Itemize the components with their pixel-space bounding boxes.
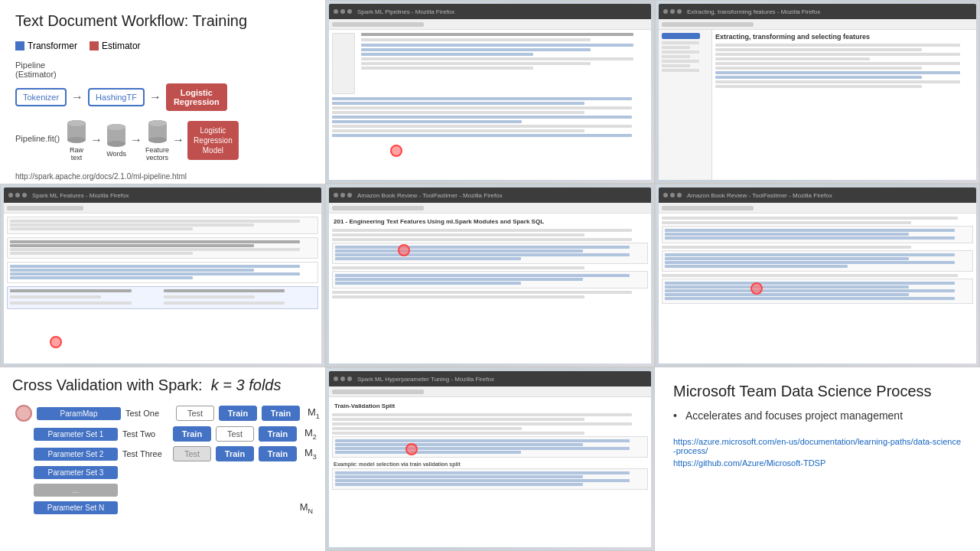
- left-mid-content: [4, 214, 321, 364]
- center-top-header: Spark ML Pipelines - Mozilla Firefox: [329, 4, 651, 19]
- right-top-main: Extracting, transforming and selecting f…: [712, 30, 976, 180]
- left-mid-lines: [4, 214, 321, 312]
- cb-section: Train-Validation Split: [332, 400, 648, 412]
- cv-test-btn-2[interactable]: Test: [216, 426, 254, 442]
- pipeline-label: Pipeline(Estimator): [15, 60, 310, 79]
- tokenizer-box: Tokenizer: [15, 88, 67, 106]
- dot-lm2: [15, 193, 20, 197]
- right-mid-inner: Amazon Book Review - ToolFastimer - Mozi…: [656, 184, 979, 367]
- words-label: Words: [106, 150, 126, 158]
- words-icon: [106, 122, 127, 148]
- svg-point-11: [148, 120, 167, 126]
- workflow-title: Text Document Workflow: Training: [15, 12, 310, 30]
- rm-code-2: [662, 250, 973, 272]
- tdsp-bullet: Accelerates and focuses project manageme…: [673, 409, 962, 422]
- cv-train-btn-2a[interactable]: Train: [173, 426, 211, 442]
- cv-train-btn-3b[interactable]: Train: [259, 446, 297, 461]
- url-bar: [332, 22, 424, 27]
- cv-param-header: ParamMap: [37, 407, 121, 420]
- center-top-tile: Spark ML Pipelines - Mozilla Firefox: [325, 0, 655, 184]
- rt-heading: Extracting, transforming and selecting f…: [715, 33, 973, 41]
- dot-lm1: [8, 193, 13, 197]
- center-mid-tile: Amazon Book Review - ToolFastimer - Mozi…: [325, 184, 655, 367]
- transformer-color: [15, 41, 24, 51]
- left-mid-toolbar: [4, 203, 321, 214]
- code-block-1: [332, 243, 648, 264]
- left-mid-tile: Spark ML Features - Mozilla Firefox: [0, 184, 325, 367]
- cv-row-4: Parameter Set 3: [12, 466, 313, 479]
- table-cell: [7, 286, 318, 309]
- cv-row-dots: ...: [12, 484, 313, 497]
- cm-section-title: 201 - Engineering Text Features Using ml…: [332, 217, 648, 227]
- estimator-label: Estimator: [102, 41, 141, 51]
- svg-point-10: [148, 137, 167, 143]
- dot-r3: [677, 9, 682, 14]
- svg-point-3: [67, 120, 86, 126]
- center-top-toolbar: [329, 19, 651, 30]
- left-mid-pink-dot: [50, 336, 62, 348]
- dot-3: [347, 9, 352, 14]
- pipeline-fit-label: Pipeline.fit(): [15, 119, 60, 143]
- notebook-cell-2: [7, 237, 318, 259]
- cv-header-row: ParamMap Test One Test Train Train M1: [12, 405, 313, 422]
- logistic-box: LogisticRegression: [166, 83, 227, 111]
- right-top-layout: Extracting, transforming and selecting f…: [659, 30, 976, 180]
- center-mid-title: Amazon Book Review - ToolFastimer - Mozi…: [357, 192, 503, 199]
- center-mid-toolbar: [329, 203, 651, 214]
- right-top-content: Extracting, transforming and selecting f…: [659, 30, 976, 180]
- cv-param-n: Parameter Set N: [34, 501, 118, 514]
- feature-vectors-icon: [147, 119, 168, 145]
- tdsp-link-2[interactable]: https://github.com/Azure/Microsoft-TDSP: [673, 458, 962, 468]
- cv-test-btn-1[interactable]: Test: [176, 406, 214, 421]
- dot-cm1: [334, 193, 338, 197]
- pipeline-row: Tokenizer → HashingTF → LogisticRegressi…: [15, 83, 310, 111]
- center-mid-header: Amazon Book Review - ToolFastimer - Mozi…: [329, 187, 651, 203]
- cv-test-faded[interactable]: Test: [173, 446, 211, 461]
- center-bottom-content: Train-Validation Split Example: model se…: [329, 397, 651, 547]
- cv-row-3: Parameter Set 2 Test Three Test Train Tr…: [12, 446, 313, 461]
- dot-r2: [670, 9, 675, 14]
- cv-row-2: Parameter Set 1 Test Two Train Test Trai…: [12, 426, 313, 442]
- arrow-3: →: [90, 133, 103, 147]
- workflow-url[interactable]: http://spark.apache.org/docs/2.1.0/ml-pi…: [15, 172, 310, 181]
- feature-vectors-group: Featurevectors: [145, 119, 169, 161]
- cv-label-2: Test Two: [122, 429, 168, 439]
- notebook-cell-1: [7, 217, 318, 234]
- cv-train-btn-2b[interactable]: Train: [259, 426, 297, 442]
- url-bar-right: [662, 22, 754, 27]
- center-bottom-tile: Spark ML Hyperparameter Tuning - Mozilla…: [325, 367, 655, 551]
- center-mid-lines: 201 - Engineering Text Features Using ml…: [329, 214, 651, 303]
- dot-cm3: [347, 193, 352, 197]
- cv-m3: M3: [304, 447, 317, 461]
- cb-example: Example: model selection via train valid…: [332, 460, 648, 468]
- cv-train-btn-1b[interactable]: Train: [262, 406, 300, 421]
- cb-code-1: [332, 436, 648, 458]
- sidebar: [659, 30, 712, 180]
- rm-code-3: [662, 279, 973, 304]
- cv-label-1: Test One: [125, 409, 171, 418]
- cv-dot: [15, 405, 32, 422]
- hashingtf-box: HashingTF: [88, 88, 145, 106]
- cv-m2: M2: [304, 427, 317, 441]
- estimator-legend: Estimator: [90, 41, 141, 51]
- notebook-cell-3: [7, 262, 318, 283]
- svg-point-2: [67, 137, 86, 143]
- left-mid-title: Spark ML Features - Mozilla Firefox: [32, 192, 129, 199]
- tile-title: Spark ML Pipelines - Mozilla Firefox: [357, 8, 454, 15]
- center-bottom-toolbar: [329, 386, 651, 397]
- left-mid-header: Spark ML Features - Mozilla Firefox: [4, 187, 321, 203]
- cv-title: Cross Validation with Spark: k = 3 folds: [12, 377, 313, 394]
- cv-label-3: Test Three: [122, 449, 168, 458]
- center-top-inner: Spark ML Pipelines - Mozilla Firefox: [326, 1, 654, 183]
- dot-cb2: [340, 377, 345, 381]
- left-mid-inner: Spark ML Features - Mozilla Firefox: [1, 184, 324, 367]
- cv-train-btn-3a[interactable]: Train: [216, 446, 254, 461]
- center-bottom-inner: Spark ML Hyperparameter Tuning - Mozilla…: [326, 368, 654, 550]
- dot-rm3: [677, 193, 682, 197]
- center-mid-content: 201 - Engineering Text Features Using ml…: [329, 214, 651, 364]
- tdsp-link-1[interactable]: https://azure.microsoft.com/en-us/docume…: [673, 437, 962, 455]
- cv-train-btn-1a[interactable]: Train: [219, 406, 257, 421]
- cv-table: ParamMap Test One Test Train Train M1 Pa…: [12, 405, 313, 515]
- center-bottom-header: Spark ML Hyperparameter Tuning - Mozilla…: [329, 371, 651, 386]
- center-top-content: [329, 30, 651, 180]
